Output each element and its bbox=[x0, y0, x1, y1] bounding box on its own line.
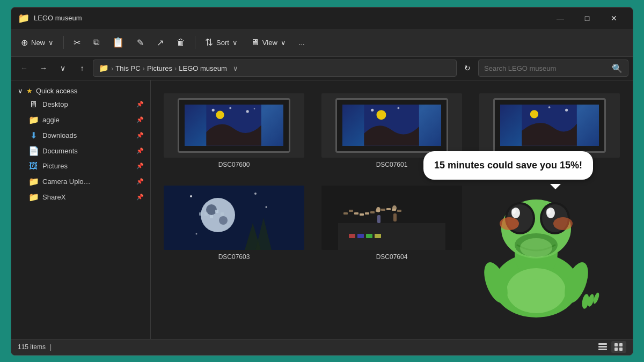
rename-button[interactable]: ✎ bbox=[131, 33, 149, 52]
breadcrumb-sep-1: › bbox=[111, 64, 113, 72]
minimize-button[interactable]: — bbox=[548, 10, 573, 27]
file-item-dsc07604[interactable]: DSC07604 bbox=[317, 181, 466, 265]
sidebar-item-desktop[interactable]: 🖥 Desktop 📌 bbox=[13, 97, 148, 112]
svg-rect-36 bbox=[386, 208, 391, 210]
sidebar-pictures-label: Pictures bbox=[42, 162, 132, 170]
svg-rect-74 bbox=[598, 349, 607, 350]
svg-point-3 bbox=[230, 107, 232, 109]
main-content: ∨ ★ Quick access 🖥 Desktop 📌 📁 aggie 📌 ⬇… bbox=[11, 80, 633, 339]
sidebar-item-pictures[interactable]: 🖼 Pictures 📌 bbox=[13, 159, 148, 174]
svg-rect-24 bbox=[210, 215, 213, 218]
breadcrumb-pictures: Pictures bbox=[147, 64, 172, 72]
svg-rect-46 bbox=[366, 234, 372, 238]
svg-rect-77 bbox=[614, 348, 618, 351]
svg-rect-32 bbox=[365, 212, 369, 215]
refresh-button[interactable]: ↻ bbox=[459, 60, 476, 77]
more-label: ... bbox=[299, 39, 305, 47]
new-chevron: ∨ bbox=[48, 39, 54, 47]
toolbar: ⊕ New ∨ ✂ ⧉ 📋 ✎ ↗ 🗑 ⇅ Sort ∨ 🖥 bbox=[11, 29, 633, 57]
view-button[interactable]: 🖥 View ∨ bbox=[245, 33, 291, 52]
svg-rect-29 bbox=[349, 210, 353, 212]
paste-button[interactable]: 📋 bbox=[107, 33, 129, 52]
view-chevron: ∨ bbox=[281, 39, 286, 47]
recent-button[interactable]: ∨ bbox=[54, 60, 71, 77]
svg-point-19 bbox=[254, 193, 257, 195]
file-item-dsc07603[interactable]: DSC07603 bbox=[159, 181, 309, 265]
title-bar: 📁 LEGO museum — □ ✕ bbox=[11, 8, 633, 29]
file-item-dsc07600[interactable]: DSC07600 bbox=[159, 89, 309, 173]
svg-point-7 bbox=[377, 110, 386, 120]
file-thumb-dsc07601 bbox=[321, 93, 462, 158]
svg-point-21 bbox=[196, 233, 197, 234]
up-button[interactable]: ↑ bbox=[74, 60, 91, 77]
forward-button[interactable]: → bbox=[35, 60, 52, 77]
sidebar-item-downloads[interactable]: ⬇ Downloads 📌 bbox=[13, 128, 148, 143]
file-name-dsc07600: DSC07600 bbox=[218, 161, 250, 168]
svg-rect-25 bbox=[215, 210, 218, 213]
sidebar-item-aggie[interactable]: 📁 aggie 📌 bbox=[13, 112, 148, 128]
file-thumb-dsc07600 bbox=[164, 93, 304, 158]
search-box[interactable]: 🔍 bbox=[478, 60, 628, 77]
file-item-dsc07602[interactable]: DSC07602 bbox=[475, 89, 624, 173]
copy-icon: ⧉ bbox=[93, 38, 99, 47]
svg-rect-45 bbox=[357, 234, 364, 238]
svg-rect-33 bbox=[370, 211, 375, 213]
file-thumb-dsc07603 bbox=[164, 186, 304, 250]
monitor-frame-2 bbox=[335, 98, 448, 153]
delete-button[interactable]: 🗑 bbox=[171, 33, 191, 52]
svg-rect-72 bbox=[598, 343, 607, 345]
file-name-dsc07603: DSC07603 bbox=[218, 253, 250, 261]
svg-rect-35 bbox=[381, 209, 385, 211]
sidebar-item-sharex[interactable]: 📁 ShareX 📌 bbox=[13, 189, 148, 205]
close-button[interactable]: ✕ bbox=[602, 10, 626, 27]
breadcrumb[interactable]: 📁 › This PC › Pictures › LEGO museum ∨ bbox=[93, 60, 457, 77]
sort-button[interactable]: ⇅ Sort ∨ bbox=[200, 33, 243, 52]
list-view-button[interactable] bbox=[595, 341, 610, 353]
grid-view-button[interactable] bbox=[611, 341, 626, 353]
svg-rect-76 bbox=[619, 343, 623, 346]
quick-access-header[interactable]: ∨ ★ Quick access bbox=[13, 85, 148, 97]
svg-point-9 bbox=[398, 107, 400, 109]
maximize-button[interactable]: □ bbox=[575, 10, 599, 27]
svg-point-18 bbox=[190, 195, 192, 197]
window-title: LEGO museum bbox=[34, 14, 544, 22]
svg-point-12 bbox=[565, 109, 568, 112]
sidebar-item-documents[interactable]: 📄 Documents 📌 bbox=[13, 143, 148, 159]
sidebar-documents-label: Documents bbox=[42, 147, 132, 155]
copy-button[interactable]: ⧉ bbox=[88, 33, 105, 52]
downloads-icon: ⬇ bbox=[28, 130, 38, 141]
svg-point-2 bbox=[212, 109, 215, 112]
share-button[interactable]: ↗ bbox=[151, 33, 169, 52]
svg-point-13 bbox=[548, 106, 551, 108]
svg-rect-22 bbox=[199, 212, 202, 216]
pin-icon-downloads: 📌 bbox=[136, 132, 144, 139]
view-buttons bbox=[595, 341, 626, 353]
svg-point-71 bbox=[592, 292, 600, 304]
rename-icon: ✎ bbox=[137, 38, 144, 48]
monitor-screen-1 bbox=[185, 105, 283, 146]
breadcrumb-this-pc: This PC bbox=[115, 64, 140, 72]
file-area[interactable]: DSC07600 bbox=[151, 80, 633, 339]
sidebar-item-camera[interactable]: 📁 Camera Uplo… 📌 bbox=[13, 174, 148, 189]
sidebar-aggie-label: aggie bbox=[42, 116, 132, 124]
camera-icon: 📁 bbox=[28, 176, 38, 187]
more-button[interactable]: ... bbox=[294, 33, 310, 52]
svg-point-67 bbox=[479, 259, 512, 306]
file-thumb-dsc07604 bbox=[321, 186, 462, 250]
pin-icon-aggie: 📌 bbox=[136, 116, 144, 123]
file-item-dsc07601[interactable]: DSC07601 bbox=[317, 89, 466, 173]
new-button[interactable]: ⊕ New ∨ bbox=[16, 33, 59, 52]
monitor-frame-1 bbox=[178, 98, 290, 153]
toolbar-separator-1 bbox=[63, 36, 64, 49]
new-label: New bbox=[31, 39, 45, 47]
svg-point-40 bbox=[392, 205, 397, 211]
back-button[interactable]: ← bbox=[16, 60, 33, 77]
svg-point-39 bbox=[376, 207, 380, 212]
documents-icon: 📄 bbox=[28, 146, 38, 156]
toolbar-separator-2 bbox=[195, 36, 195, 49]
quick-access-label: Quick access bbox=[36, 87, 77, 95]
sharex-icon: 📁 bbox=[28, 192, 38, 202]
monitor-screen-2 bbox=[342, 105, 441, 146]
cut-button[interactable]: ✂ bbox=[68, 33, 86, 52]
search-input[interactable] bbox=[484, 64, 608, 72]
